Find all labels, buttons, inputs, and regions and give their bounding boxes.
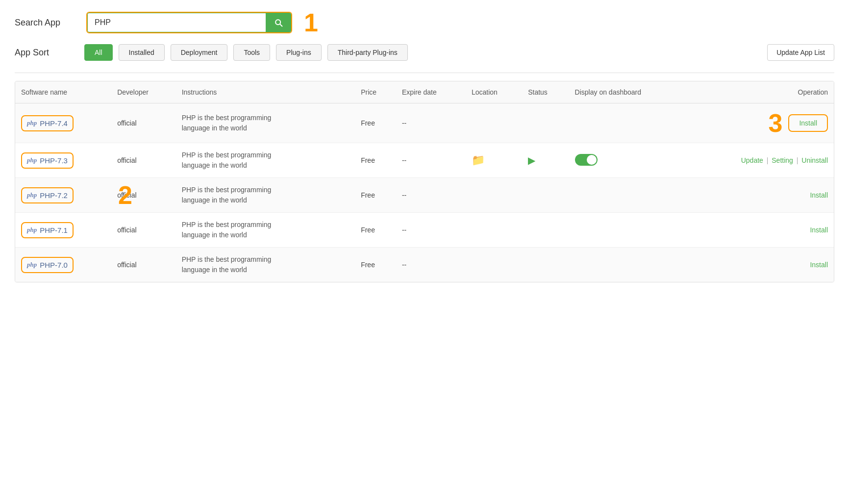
sort-btn-tools[interactable]: Tools: [233, 44, 270, 61]
instructions-text-php70: PHP is the best programming language in …: [182, 254, 290, 275]
install-link-php74[interactable]: Install: [799, 119, 817, 127]
instructions-text-php73: PHP is the best programming language in …: [182, 150, 290, 171]
col-header-name: Software name: [15, 81, 111, 103]
developer-cell-php74: official: [111, 103, 176, 143]
sort-row: App Sort All Installed Deployment Tools …: [15, 44, 834, 61]
location-cell-php71: [466, 213, 522, 248]
table-row: php PHP-7.3 official PHP is the best pro…: [15, 143, 834, 178]
name-cell-php74: php PHP-7.4: [15, 103, 111, 143]
status-cell-php70: [522, 248, 569, 282]
display-cell-php72: [569, 178, 686, 213]
instructions-text-php72: PHP is the best programming language in …: [182, 185, 290, 205]
install-link-php70[interactable]: Install: [810, 261, 828, 269]
table-header-row: Software name Developer Instructions Pri…: [15, 81, 834, 103]
col-header-location: Location: [466, 81, 522, 103]
col-header-display: Display on dashboard: [569, 81, 686, 103]
search-icon: [274, 18, 283, 27]
sort-label: App Sort: [15, 48, 78, 58]
php-icon: php: [27, 226, 37, 234]
sort-btn-deployment[interactable]: Deployment: [171, 44, 228, 61]
app-name-php72: PHP-7.2: [40, 191, 68, 200]
php-icon: php: [27, 261, 37, 269]
op-sep: |: [767, 156, 769, 164]
operation-cell-php70: Install: [686, 248, 834, 282]
operation-cell-php74: 3 Install: [686, 103, 834, 143]
operation-cell-php72: Install: [686, 178, 834, 213]
sort-btn-installed[interactable]: Installed: [119, 44, 165, 61]
col-header-price: Price: [355, 81, 396, 103]
sort-btn-third-party[interactable]: Third-party Plug-ins: [327, 44, 408, 61]
developer-cell-php73: official: [111, 143, 176, 178]
status-cell-php73: ▶: [522, 143, 569, 178]
search-row: Search App 1: [15, 10, 834, 35]
folder-icon[interactable]: 📁: [472, 154, 485, 166]
app-table-container: Software name Developer Instructions Pri…: [15, 81, 834, 282]
instructions-cell-php71: PHP is the best programming language in …: [176, 213, 355, 248]
setting-link-php73[interactable]: Setting: [772, 156, 793, 164]
name-cell-php72: php PHP-7.2 2: [15, 178, 111, 213]
name-cell-php71: php PHP-7.1: [15, 213, 111, 248]
step-badge-1: 1: [304, 10, 318, 35]
expire-cell-php73: --: [396, 143, 466, 178]
instructions-cell-php72: PHP is the best programming language in …: [176, 178, 355, 213]
php-icon: php: [27, 119, 37, 127]
operation-cell-php71: Install: [686, 213, 834, 248]
display-cell-php70: [569, 248, 686, 282]
col-header-developer: Developer: [111, 81, 176, 103]
search-label: Search App: [15, 18, 78, 28]
step-badge-3: 3: [769, 110, 783, 136]
location-cell-php73: 📁: [466, 143, 522, 178]
page: Search App 1 App Sort All Installed Depl…: [0, 0, 849, 504]
install-link-php72[interactable]: Install: [810, 191, 828, 199]
expire-cell-php74: --: [396, 103, 466, 143]
display-cell-php71: [569, 213, 686, 248]
location-cell-php72: [466, 178, 522, 213]
location-cell-php74: [466, 103, 522, 143]
name-cell-php70: php PHP-7.0: [15, 248, 111, 282]
app-name-php70: PHP-7.0: [40, 261, 68, 269]
display-toggle-php73[interactable]: [575, 154, 598, 166]
search-input[interactable]: [87, 13, 266, 32]
update-link-php73[interactable]: Update: [741, 156, 763, 164]
price-cell-php70: Free: [355, 248, 396, 282]
price-cell-php73: Free: [355, 143, 396, 178]
sort-btn-plugins[interactable]: Plug-ins: [276, 44, 322, 61]
table-row: php PHP-7.2 2 official PHP is the best p…: [15, 178, 834, 213]
sort-btn-all[interactable]: All: [84, 44, 113, 61]
expire-cell-php72: --: [396, 178, 466, 213]
expire-cell-php71: --: [396, 213, 466, 248]
name-cell-php73: php PHP-7.3: [15, 143, 111, 178]
install-link-php71[interactable]: Install: [810, 226, 828, 234]
app-name-php73: PHP-7.3: [40, 156, 68, 165]
developer-cell-php71: official: [111, 213, 176, 248]
instructions-text-php74: PHP is the best programming language in …: [182, 113, 290, 133]
search-button[interactable]: [266, 13, 291, 32]
display-cell-php73: [569, 143, 686, 178]
php-icon: php: [27, 156, 37, 164]
operation-cell-php73: Update | Setting | Uninstall: [686, 143, 834, 178]
app-table: Software name Developer Instructions Pri…: [15, 81, 834, 282]
divider: [15, 73, 834, 73]
developer-cell-php70: official: [111, 248, 176, 282]
update-app-list-button[interactable]: Update App List: [767, 44, 834, 61]
step-badge-2: 2: [118, 182, 132, 208]
op-sep: |: [797, 156, 799, 164]
display-cell-php74: [569, 103, 686, 143]
col-header-instructions: Instructions: [176, 81, 355, 103]
price-cell-php74: Free: [355, 103, 396, 143]
instructions-cell-php70: PHP is the best programming language in …: [176, 248, 355, 282]
instructions-cell-php73: PHP is the best programming language in …: [176, 143, 355, 178]
search-box-wrapper: [86, 12, 292, 33]
status-cell-php74: [522, 103, 569, 143]
play-icon[interactable]: ▶: [528, 155, 535, 166]
toggle-knob: [587, 155, 597, 165]
uninstall-link-php73[interactable]: Uninstall: [801, 156, 828, 164]
price-cell-php72: Free: [355, 178, 396, 213]
col-header-status: Status: [522, 81, 569, 103]
location-cell-php70: [466, 248, 522, 282]
php-icon: php: [27, 191, 37, 199]
price-cell-php71: Free: [355, 213, 396, 248]
app-name-php71: PHP-7.1: [40, 226, 68, 234]
table-row: php PHP-7.0 official PHP is the best pro…: [15, 248, 834, 282]
instructions-cell-php74: PHP is the best programming language in …: [176, 103, 355, 143]
